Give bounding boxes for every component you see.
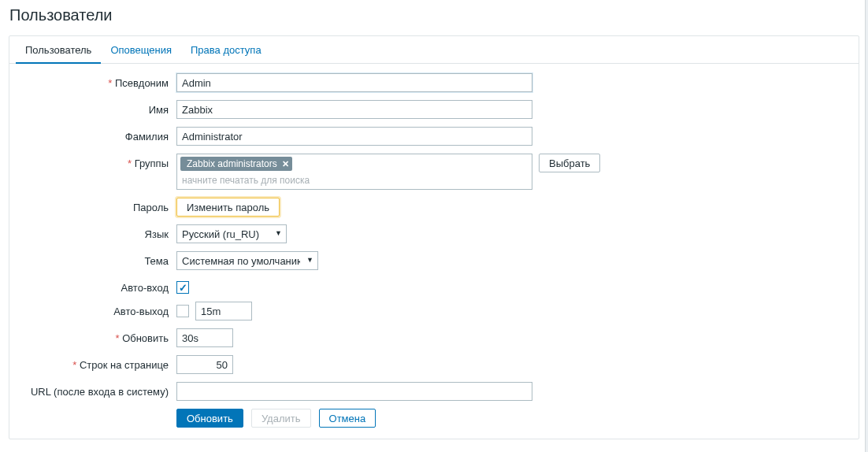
label-surname: Фамилия — [19, 127, 176, 143]
refresh-input[interactable] — [176, 328, 233, 347]
group-tag-label: Zabbix administrators — [187, 158, 277, 169]
autologout-checkbox[interactable] — [176, 305, 189, 317]
form-body: Псевдоним Имя Фамилия Группы Zabbix admi… — [9, 64, 859, 439]
theme-select[interactable]: Системная по умолчанию — [176, 251, 318, 270]
update-button[interactable]: Обновить — [176, 409, 243, 428]
language-select[interactable]: Русский (ru_RU) — [176, 224, 287, 243]
label-autologin: Авто-вход — [19, 278, 176, 294]
scrollbar-track[interactable] — [865, 0, 868, 452]
label-password: Пароль — [19, 198, 176, 213]
select-groups-button[interactable]: Выбрать — [539, 154, 600, 172]
label-groups: Группы — [19, 154, 176, 169]
tab-user[interactable]: Пользователь — [16, 36, 101, 64]
label-language: Язык — [19, 224, 176, 240]
label-autologout: Авто-выход — [19, 302, 176, 317]
tabs: Пользователь Оповещения Права доступа — [9, 36, 859, 64]
name-input[interactable] — [176, 100, 532, 119]
surname-input[interactable] — [176, 127, 532, 146]
delete-button: Удалить — [251, 409, 311, 428]
tab-media[interactable]: Оповещения — [101, 36, 181, 64]
alias-input[interactable] — [176, 73, 532, 92]
group-tag[interactable]: Zabbix administrators ✕ — [180, 157, 292, 171]
remove-tag-icon[interactable]: ✕ — [282, 159, 289, 169]
rows-input[interactable] — [176, 355, 233, 374]
label-alias: Псевдоним — [19, 73, 176, 89]
groups-multiselect[interactable]: Zabbix administrators ✕ начните печатать… — [176, 154, 532, 190]
label-url: URL (после входа в систему) — [19, 382, 176, 398]
label-rows: Строк на странице — [19, 355, 176, 371]
autologout-input — [195, 302, 252, 320]
form-actions: Обновить Удалить Отмена — [19, 409, 849, 428]
autologin-checkbox[interactable] — [176, 281, 189, 294]
label-theme: Тема — [19, 251, 176, 267]
label-refresh: Обновить — [19, 328, 176, 344]
form-panel: Пользователь Оповещения Права доступа Пс… — [9, 35, 859, 439]
label-name: Имя — [19, 100, 176, 116]
page-title: Пользователи — [0, 0, 868, 35]
cancel-button[interactable]: Отмена — [319, 409, 377, 428]
change-password-button[interactable]: Изменить пароль — [176, 198, 280, 217]
url-input[interactable] — [176, 382, 532, 401]
tab-permissions[interactable]: Права доступа — [181, 36, 271, 64]
groups-placeholder: начните печатать для поиска — [180, 172, 529, 186]
